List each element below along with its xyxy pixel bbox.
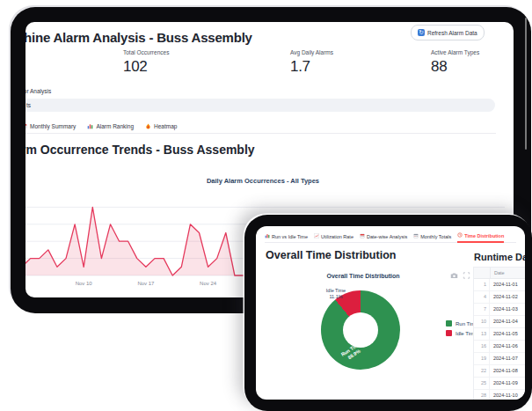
tab-label: Run vs Idle Time	[272, 234, 308, 239]
date-cell[interactable]: 2024-11-04	[490, 316, 518, 327]
x-tick-label: Nov 24	[195, 281, 222, 286]
page-title: hine Alarm Analysis - Buss Assembly	[26, 30, 252, 45]
metric-value: 1.7	[290, 58, 333, 76]
chart-title: Daily Alarm Occurrences - All Types	[26, 177, 505, 185]
table-header-row: Date	[474, 268, 525, 279]
table-row[interactable]: 222024-11-08	[474, 365, 525, 378]
row-index-cell: 25	[474, 378, 490, 389]
date-cell[interactable]: 2024-11-01	[490, 279, 518, 290]
tab-label: Utilization Rate	[321, 234, 353, 239]
row-index-cell: 28	[474, 390, 490, 400]
tab-time-distribution[interactable]: Time Distribution	[457, 232, 504, 243]
machine-select[interactable]: ts	[26, 99, 495, 112]
machine-select-value: ts	[26, 102, 31, 108]
metric-value: 102	[123, 58, 169, 76]
tab-label: Alarm Ranking	[96, 123, 134, 129]
row-index-cell: 10	[474, 316, 490, 327]
bar-chart-icon	[87, 123, 93, 130]
tab-label: Heatmap	[154, 123, 177, 129]
fire-icon	[145, 123, 151, 130]
row-index-cell: 13	[474, 328, 490, 340]
date-cell[interactable]: 2024-11-09	[490, 378, 518, 389]
row-index-cell: 19	[474, 353, 490, 364]
bezel-highlight	[525, 18, 527, 150]
refresh-icon: ↻	[418, 29, 425, 36]
expand-icon[interactable]	[463, 267, 470, 283]
row-index-cell: 7	[474, 304, 490, 315]
tab-label: Date-wise Analysis	[367, 234, 407, 239]
tab-label: Monthly Summary	[30, 123, 76, 129]
time-distribution-screen: Run vs Idle TimeUtilization RateDate-wis…	[256, 226, 525, 400]
refresh-button-label: Refresh Alarm Data	[427, 30, 477, 36]
refresh-alarm-data-button[interactable]: ↻ Refresh Alarm Data	[411, 25, 485, 40]
date-cell[interactable]: 2024-11-08	[490, 365, 518, 377]
tab-utilization-rate[interactable]: Utilization Rate	[314, 233, 353, 242]
slice-label-name: Idle Time	[319, 288, 353, 294]
tab-run-vs-idle-time[interactable]: Run vs Idle Time	[265, 233, 308, 242]
metric-total-occurrences: Total Occurrences 102	[123, 49, 169, 76]
overall-time-distribution-heading: Overall Time Distribution	[266, 249, 396, 261]
runtime-data-table: Date12024-11-0142024-11-0272024-11-03102…	[473, 267, 525, 400]
legend-swatch	[446, 320, 452, 327]
table-row[interactable]: 282024-11-10	[474, 390, 525, 400]
metric-label: Total Occurrences	[123, 49, 169, 55]
tab-monthly-summary[interactable]: Monthly Summary	[26, 123, 76, 130]
machine-filter-label: for Analysis	[26, 88, 51, 94]
page: hine Alarm Analysis - Buss Assembly ↻ Re…	[0, 0, 532, 411]
clock-icon	[457, 232, 463, 239]
row-index-cell: 4	[474, 291, 490, 303]
section-title: rm Occurrence Trends - Buss Assembly	[26, 143, 255, 157]
x-tick-label: Nov 17	[133, 281, 159, 286]
metric-value: 88	[431, 58, 479, 76]
date-cell[interactable]: 2024-11-07	[490, 353, 518, 364]
calendar-icon	[26, 123, 27, 130]
metric-avg-daily-alarms: Avg Daily Alarms 1.7	[290, 49, 333, 76]
table-row[interactable]: 132024-11-05	[474, 328, 525, 341]
idle-time-slice-label: Idle Time 11.1%	[319, 288, 353, 300]
metric-active-alarm-types: Active Alarm Types 88	[431, 49, 479, 76]
table-row[interactable]: 12024-11-01	[474, 279, 525, 291]
tab-monthly-totals[interactable]: Monthly Totals	[413, 233, 451, 242]
trend-up-icon	[314, 233, 319, 239]
metric-label: Avg Daily Alarms	[290, 49, 333, 55]
row-index-cell: 22	[474, 365, 490, 377]
bar-chart-icon	[265, 233, 270, 239]
date-cell[interactable]: 2024-11-10	[490, 390, 518, 400]
row-index-cell: 16	[474, 341, 490, 352]
table-row[interactable]: 192024-11-07	[474, 353, 525, 365]
calendar-month-icon	[413, 233, 419, 239]
table-row[interactable]: 252024-11-09	[474, 378, 525, 390]
tab-date-wise-analysis[interactable]: Date-wise Analysis	[360, 233, 407, 242]
table-row[interactable]: 102024-11-04	[474, 316, 525, 328]
calendar-icon	[360, 233, 365, 239]
tab-alarm-ranking[interactable]: Alarm Ranking	[87, 123, 134, 130]
date-cell[interactable]: 2024-11-03	[490, 304, 518, 315]
slice-label-percent: 11.1%	[319, 294, 353, 300]
runtime-data-title: Runtime Data	[474, 252, 525, 262]
tab-label: Time Distribution	[464, 233, 504, 239]
runtime-tab-bar: Run vs Idle TimeUtilization RateDate-wis…	[265, 230, 516, 243]
table-row[interactable]: 72024-11-03	[474, 304, 525, 316]
date-cell[interactable]: 2024-11-05	[490, 328, 518, 340]
table-row[interactable]: 162024-11-06	[474, 341, 525, 353]
front-tablet-frame: Run vs Idle TimeUtilization RateDate-wis…	[244, 215, 532, 411]
tab-heatmap[interactable]: Heatmap	[145, 123, 177, 130]
metric-label: Active Alarm Types	[431, 49, 479, 55]
row-index-cell: 1	[474, 279, 490, 290]
tab-label: Monthly Totals	[420, 234, 451, 239]
camera-icon[interactable]	[450, 267, 458, 283]
table-row[interactable]: 42024-11-02	[474, 291, 525, 304]
alarm-tab-bar: Monthly SummaryAlarm RankingHeatmap	[26, 120, 496, 134]
legend-swatch	[446, 330, 452, 336]
x-tick-label: Nov 10	[70, 281, 97, 286]
date-cell[interactable]: 2024-11-02	[490, 291, 518, 303]
pie-chart-title: Overall Time Distribution	[302, 273, 425, 279]
date-column-header[interactable]: Date	[491, 268, 505, 278]
chart-modebar	[450, 267, 470, 283]
date-cell[interactable]: 2024-11-06	[490, 341, 518, 352]
index-column-header	[474, 268, 491, 278]
